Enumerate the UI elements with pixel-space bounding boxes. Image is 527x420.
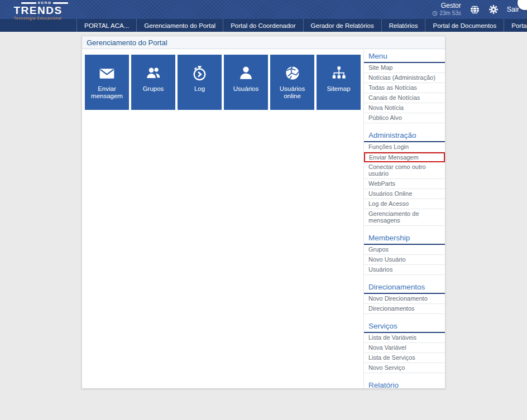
clock-icon [432,11,438,16]
tile-label: Usuários [232,85,260,93]
online-globe-icon [284,63,301,83]
main-navbar: PORTAL ACA...Gerenciamento do PortalPort… [0,19,527,32]
sidebar-item-noticias-administracao[interactable]: Notícias (Administração) [364,73,445,83]
sidebar-section-servicos: ServiçosLista de VariáveisNova VariávelL… [364,321,445,373]
portal-management-panel: Gerenciamento do Portal Enviar mensagemG… [82,36,445,389]
logout-button[interactable]: Sair [507,6,519,13]
tile-label: Log [193,85,206,93]
sidebar-item-usuarios-online[interactable]: Usuários Online [364,189,445,199]
sidebar-section-direcionamentos: DirecionamentosNovo DirecionamentoDireci… [364,282,445,314]
sidebar-item-webparts[interactable]: WebParts [364,179,445,189]
sidebar-item-grupos[interactable]: Grupos [364,245,445,255]
gear-icon[interactable] [488,4,499,15]
logo-bar-right [53,2,68,4]
nav-tab-gerador-de-relatorios[interactable]: Gerador de Relatórios [304,19,382,32]
right-sidebar-menu: MenuSite MapNotícias (Administração)Toda… [363,50,445,388]
panel-header: Gerenciamento do Portal [82,36,445,49]
envelope-icon [98,63,116,83]
header-right-cluster: Gestor 23m 53s [432,0,519,19]
sidebar-item-novo-usuario[interactable]: Novo Usuário [364,255,445,265]
sitemap-icon [330,63,347,83]
sidebar-item-nova-variavel[interactable]: Nova Variável [364,343,445,353]
sidebar-section-relatorio: RelatórioRelatório de Mensagens [364,380,445,388]
user-icon [237,63,255,83]
nav-tab-portal-do-coordenador[interactable]: Portal do Coordenador [223,19,303,32]
sidebar-section-title: Relatório [364,380,445,388]
sidebar-item-usuarios[interactable]: Usuários [364,265,445,275]
sidebar-section-menu: MenuSite MapNotícias (Administração)Toda… [364,51,445,123]
session-timer-value: 23m 53s [439,10,461,17]
sidebar-item-site-map[interactable]: Site Map [364,63,445,73]
app-logo[interactable]: ecno TRENDS Tecnologia Educacional [7,1,69,20]
sidebar-item-lista-de-variaveis[interactable]: Lista de Variáveis [364,333,445,343]
logo-subtitle: Tecnologia Educacional [7,16,69,20]
sidebar-item-lista-de-servicos[interactable]: Lista de Serviços [364,353,445,363]
nav-tab-portal-de-documen[interactable]: Portal de Documen [504,19,527,32]
groups-icon [145,63,162,83]
nav-tab-portal-aca[interactable]: PORTAL ACA... [76,19,137,32]
sidebar-section-membership: MembershipGruposNovo UsuárioUsuários [364,233,445,275]
tile-label: Grupos [142,85,165,93]
nav-tab-portal-de-documentos[interactable]: Portal de Documentos [425,19,504,32]
sidebar-section-title: Administração [364,130,445,142]
logo-bar-left [21,2,36,4]
sidebar-item-canais-de-noticias[interactable]: Canais de Notícias [364,93,445,103]
sidebar-item-todas-as-noticias[interactable]: Todas as Notícias [364,83,445,93]
tile-usuarios[interactable]: Usuários [224,55,268,110]
globe-icon[interactable] [469,4,480,15]
tile-label: Enviar mensagem [85,85,129,100]
top-header: ecno TRENDS Tecnologia Educacional Gesto… [0,0,527,19]
sidebar-item-direcionamentos[interactable]: Direcionamentos [364,304,445,314]
user-name: Gestor [441,2,461,10]
sidebar-item-nova-noticia[interactable]: Nova Notícia [364,103,445,113]
tile-grid: Enviar mensagemGruposLogUsuáriosUsuários… [85,55,361,110]
sidebar-item-conectar-como-outro-usuario[interactable]: Conectar como outro usuário [364,162,445,179]
nav-tab-gerenciamento-do-portal[interactable]: Gerenciamento do Portal [137,19,223,32]
tile-sitemap[interactable]: Sitemap [317,55,361,110]
session-timer: 23m 53s [432,10,461,17]
sidebar-item-novo-direcionamento[interactable]: Novo Direcionamento [364,294,445,304]
tile-grupos[interactable]: Grupos [131,55,175,110]
sidebar-section-title: Serviços [364,321,445,333]
sidebar-section-title: Menu [364,51,445,63]
tile-label: Sitemap [325,85,351,93]
tile-enviar-mensagem[interactable]: Enviar mensagem [85,55,129,110]
sidebar-section-administracao: AdministraçãoFunções LoginEnviar Mensage… [364,130,445,226]
sidebar-section-title: Direcionamentos [364,282,445,294]
sidebar-item-gerenciamento-de-mensagens[interactable]: Gerenciamento de mensagens [364,209,445,226]
sidebar-item-novo-servico[interactable]: Novo Serviço [364,363,445,373]
nav-tabs: PORTAL ACA...Gerenciamento do PortalPort… [76,19,527,32]
tile-log[interactable]: Log [178,55,222,110]
sidebar-item-enviar-mensagem[interactable]: Enviar Mensagem [364,152,445,162]
sidebar-section-title: Membership [364,233,445,245]
page-title: Gerenciamento do Portal [87,38,167,47]
tile-usuarios-online[interactable]: Usuários online [270,55,314,110]
sidebar-item-publico-alvo[interactable]: Público Alvo [364,113,445,123]
logo-main-text: TRENDS [7,5,69,16]
tile-label: Usuários online [270,85,314,100]
sidebar-item-funcoes-login[interactable]: Funções Login [364,142,445,152]
nav-tab-relatorios[interactable]: Relatórios [382,19,426,32]
sidebar-item-log-de-acesso[interactable]: Log de Acesso [364,199,445,209]
user-block: Gestor 23m 53s [432,2,461,16]
stopwatch-icon [191,63,208,83]
